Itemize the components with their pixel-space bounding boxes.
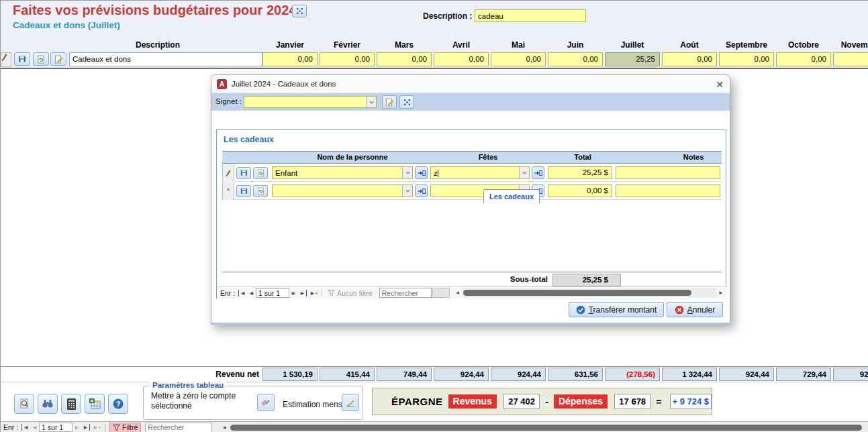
options-button[interactable] [399, 95, 414, 109]
export-excel-button[interactable] [85, 394, 105, 414]
month-value-cell-selected[interactable]: 25,25 [605, 52, 660, 66]
edit-row-button[interactable] [50, 52, 66, 66]
tab-les-cadeaux[interactable]: Les cadeaux [483, 189, 540, 203]
transfer-fete-button[interactable] [532, 166, 544, 179]
next-record-icon[interactable]: ► [291, 290, 297, 296]
search-splitter[interactable] [432, 288, 450, 298]
help-button[interactable]: ? [108, 394, 128, 414]
funnel-icon [328, 289, 335, 296]
chevron-down-icon[interactable] [519, 167, 529, 178]
search-input[interactable] [145, 423, 212, 432]
last-record-icon[interactable]: ► [299, 290, 307, 296]
notes-field[interactable] [616, 166, 720, 179]
revenu-net-cell-negative: (278,56) [605, 368, 660, 381]
account-name-field[interactable]: Cadeaux et dons [69, 52, 262, 66]
header-nom-personne: Nom de la personne [317, 153, 387, 161]
column-header-month: Février [320, 40, 375, 50]
previous-record-icon[interactable]: ◄ [32, 424, 38, 431]
print-preview-button[interactable] [14, 394, 34, 414]
transfer-name-button[interactable] [415, 184, 428, 197]
page-title: Faites vos prévisions budgétaires pour 2… [13, 3, 296, 18]
window-options-button[interactable] [292, 5, 307, 17]
revenu-net-cell: 729,44 [776, 368, 831, 381]
edit-signet-button[interactable] [382, 95, 397, 109]
transfer-name-button[interactable] [415, 166, 428, 179]
record-position[interactable]: 1 sur 1 [39, 423, 73, 432]
refresh-row-button[interactable] [253, 167, 268, 179]
filter-toggle[interactable]: Filtré [109, 423, 141, 432]
person-name-combobox[interactable] [272, 184, 413, 197]
month-value-cell[interactable]: 0,00 [548, 52, 603, 66]
monthly-estimation-button[interactable] [342, 394, 359, 411]
filter-toggle[interactable]: Aucun filtre [325, 288, 375, 298]
signet-combobox[interactable] [244, 96, 377, 108]
column-header-month: Novembre [833, 40, 868, 50]
header-fetes: Fêtes [479, 153, 498, 161]
chevron-down-icon[interactable] [366, 97, 376, 107]
depenses-chip: Dépenses [554, 394, 608, 409]
month-value-cell[interactable]: 0,00 [377, 52, 432, 66]
save-row-button[interactable] [14, 52, 30, 66]
save-row-button[interactable] [236, 167, 251, 179]
signet-label: Signet : [215, 97, 242, 105]
quincunx-dots-icon [403, 99, 411, 106]
month-value-cell[interactable]: 0,00 [719, 52, 774, 66]
first-record-icon[interactable]: ◄ [21, 424, 29, 431]
last-record-icon[interactable]: ► [83, 424, 90, 431]
total-field[interactable]: 25,25 $ [548, 166, 612, 179]
month-value-cell[interactable]: 0,00 [662, 52, 717, 66]
x-circle-icon [675, 305, 684, 315]
dialog-titlebar[interactable]: A Juillet 2024 - Cadeaux et dons ✕ [211, 75, 730, 93]
save-row-button[interactable] [236, 185, 251, 197]
notes-field[interactable] [616, 184, 720, 197]
scroll-left-icon[interactable]: ◄ [222, 425, 227, 431]
horizontal-scrollbar[interactable] [229, 423, 866, 432]
month-value-cell[interactable]: 0,00 [491, 52, 546, 66]
pencil-edit-icon [226, 169, 231, 177]
new-record-selector[interactable]: * [222, 182, 234, 200]
new-record-icon[interactable]: ►▪ [309, 290, 318, 296]
month-value-cell[interactable]: 0,00 [320, 52, 375, 66]
record-selector[interactable] [1, 52, 11, 67]
description-input[interactable] [475, 9, 586, 22]
refresh-row-button[interactable] [33, 52, 49, 66]
record-selector[interactable] [222, 164, 234, 182]
save-icon [240, 169, 248, 176]
column-header-description: Description [53, 40, 262, 50]
subtotal-value: 25,25 $ [552, 274, 621, 286]
print-preview-icon [18, 398, 30, 410]
next-record-icon[interactable]: ► [74, 424, 80, 431]
revenu-net-cell: 924,44 [434, 368, 489, 381]
month-value-cell[interactable]: 0,00 [262, 52, 318, 66]
reset-account-button[interactable] [257, 394, 275, 411]
close-icon[interactable]: ✕ [714, 78, 726, 91]
new-record-icon[interactable]: ►▪ [93, 424, 101, 431]
total-field[interactable]: 0,00 $ [548, 184, 612, 197]
fete-combobox[interactable]: z [430, 166, 530, 179]
calculator-button[interactable] [61, 394, 81, 414]
search-input[interactable] [379, 288, 432, 298]
revenus-value: 27 402 [503, 394, 540, 409]
scrollbar-thumb[interactable] [463, 290, 691, 296]
account-subtitle: Cadeaux et dons (Juillet) [13, 20, 120, 30]
transfer-amount-button[interactable]: Transférer montant [569, 302, 664, 317]
chevron-down-icon[interactable] [402, 167, 412, 178]
horizontal-scrollbar[interactable] [462, 288, 716, 297]
cancel-button[interactable]: Annuler [667, 302, 723, 317]
previous-record-icon[interactable]: ◄ [248, 290, 254, 296]
asterisk-new-record-icon: * [227, 186, 230, 196]
find-button[interactable] [38, 394, 58, 414]
chevron-down-icon[interactable] [402, 185, 412, 197]
scrollbar-thumb[interactable] [230, 425, 862, 431]
column-header-month: Janvier [262, 40, 318, 50]
scroll-left-icon[interactable]: ◄ [455, 290, 461, 296]
month-value-cell[interactable]: 0,00 [776, 52, 831, 66]
refresh-row-button[interactable] [253, 185, 268, 197]
scroll-right-icon[interactable]: ► [718, 290, 724, 296]
month-value-cell[interactable]: 0,00 [434, 52, 489, 66]
person-name-combobox[interactable]: Enfant [272, 166, 413, 179]
column-header-month: Juillet [605, 40, 660, 50]
record-position[interactable]: 1 sur 1 [256, 288, 289, 298]
first-record-icon[interactable]: ◄ [238, 290, 246, 296]
month-value-cell[interactable]: 0,00 [833, 52, 868, 66]
